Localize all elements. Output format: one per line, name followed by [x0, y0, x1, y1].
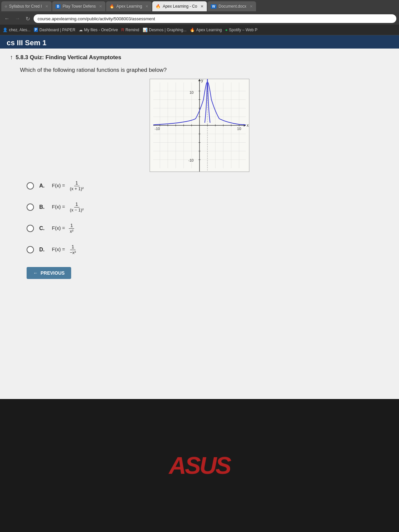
nav-controls: ← → ↻ [3, 15, 32, 23]
tab-icon: 🔥 [109, 4, 114, 9]
tab-label: Syllabus for Cred I [9, 4, 42, 9]
graph-svg: x y -10 10 10 -10 [150, 79, 249, 172]
svg-text:x: x [247, 123, 249, 128]
bookmark-icon: P [34, 28, 38, 32]
svg-text:-10: -10 [188, 158, 194, 162]
tab-label: Apex Learning - Co [163, 4, 197, 9]
bookmark-account[interactable]: 👤 chez, Ales... [3, 28, 31, 32]
denominator-c: x² [68, 229, 75, 234]
bookmark-icon: ● [225, 28, 227, 32]
tab-bar: ○ Syllabus for Cred I ✕ B Play Tower Def… [0, 0, 399, 13]
tab-close-icon[interactable]: ✕ [145, 4, 148, 9]
bookmark-label: Apex Learning [196, 28, 222, 32]
bookmarks-bar: 👤 chez, Ales... P Dashboard | PAPER ☁ My… [0, 25, 399, 35]
address-bar[interactable]: course.apexlearning.com/public/activity/… [34, 14, 396, 23]
bookmark-spotify[interactable]: ● Spotify – Web P [225, 28, 257, 32]
graph-container: x y -10 10 10 -10 [150, 79, 249, 172]
course-title: cs III Sem 1 [7, 39, 47, 47]
bookmark-icon: ☁ [79, 28, 83, 32]
tab-icon: B [56, 4, 61, 9]
bookmark-label: Spotify – Web P [229, 28, 258, 32]
numerator-b: 1 [74, 201, 79, 207]
tab-close-icon[interactable]: ✕ [45, 4, 48, 9]
denominator-a: (x + 1)² [68, 186, 85, 192]
tab-playtower[interactable]: B Play Tower Defens ✕ [52, 1, 105, 11]
quiz-header: ↑ 5.8.3 Quiz: Finding Vertical Asymptote… [0, 49, 399, 64]
address-text: course.apexlearning.com/public/activity/… [38, 16, 155, 21]
address-bar-row: ← → ↻ course.apexlearning.com/public/act… [0, 13, 399, 25]
bookmark-label: Dashboard | PAPER [39, 28, 75, 32]
answer-formula-a: F(x) = 1 (x + 1)² [52, 180, 85, 192]
answer-choice-d[interactable]: D. F(x) = 1 −x² [27, 244, 372, 256]
bookmark-icon: 👤 [3, 28, 8, 32]
answer-label-d: D. [39, 247, 45, 253]
tab-label: Apex Learning [116, 4, 142, 9]
denominator-d: −x² [68, 250, 77, 256]
bookmark-label: Desmos | Graphing... [149, 28, 187, 32]
svg-text:10: 10 [190, 90, 194, 94]
radio-d[interactable] [27, 246, 34, 253]
tab-close-icon[interactable]: ✕ [99, 4, 102, 9]
quiz-title: 5.8.3 Quiz: Finding Vertical Asymptotes [16, 54, 121, 61]
quiz-question: Which of the following rational function… [0, 64, 399, 79]
back-button[interactable]: ← [3, 15, 11, 22]
radio-a[interactable] [27, 182, 34, 190]
fraction-d: 1 −x² [68, 244, 77, 256]
svg-text:-10: -10 [155, 127, 160, 131]
answer-formula-c: F(x) = 1 x² [52, 222, 75, 234]
svg-text:y: y [201, 79, 203, 83]
arrow-left-icon: ← [33, 270, 38, 276]
denominator-b: (x − 1)² [68, 207, 85, 213]
answer-formula-d: F(x) = 1 −x² [52, 244, 78, 256]
previous-button-label: PREVIOUS [41, 270, 65, 276]
forward-button[interactable]: → [13, 15, 22, 22]
numerator-d: 1 [70, 244, 75, 250]
browser-frame: ○ Syllabus for Cred I ✕ B Play Tower Def… [0, 0, 399, 35]
tab-icon: 🔥 [156, 4, 161, 9]
radio-b[interactable] [27, 203, 34, 211]
bookmark-icon: 🔥 [190, 28, 195, 32]
answer-label-c: C. [39, 225, 45, 231]
tab-close-icon[interactable]: ✕ [250, 4, 253, 9]
bookmark-label: chez, Ales... [9, 28, 31, 32]
tab-apex2[interactable]: 🔥 Apex Learning - Co ✕ [152, 1, 206, 11]
fraction-c: 1 x² [68, 222, 75, 234]
bookmark-dashboard[interactable]: P Dashboard | PAPER [34, 28, 75, 32]
numerator-a: 1 [74, 180, 79, 186]
svg-text:10: 10 [237, 127, 241, 131]
answer-formula-b: F(x) = 1 (x − 1)² [52, 201, 85, 213]
answer-choice-a[interactable]: A. F(x) = 1 (x + 1)² [27, 180, 372, 192]
tab-label: Play Tower Defens [63, 4, 96, 9]
previous-button[interactable]: ← PREVIOUS [27, 267, 71, 279]
bookmark-label: Remind [125, 28, 139, 32]
bookmark-remind[interactable]: R Remind [121, 28, 139, 32]
upload-icon: ↑ [10, 54, 13, 61]
tab-icon: W [211, 4, 216, 9]
answer-choice-b[interactable]: B. F(x) = 1 (x − 1)² [27, 201, 372, 213]
answer-label-b: B. [39, 204, 45, 210]
bookmark-desmos[interactable]: 📊 Desmos | Graphing... [143, 28, 187, 32]
tab-syllabus[interactable]: ○ Syllabus for Cred I ✕ [1, 1, 52, 11]
tab-close-icon[interactable]: ✕ [200, 4, 203, 9]
bookmark-icon: 📊 [143, 28, 148, 32]
tab-word[interactable]: W Document.docx ✕ [207, 1, 256, 11]
radio-c[interactable] [27, 225, 34, 232]
answer-label-a: A. [39, 183, 45, 189]
answers-container: A. F(x) = 1 (x + 1)² B. F(x) = 1 (x − 1)… [0, 172, 399, 264]
bottom-area: ASUS [0, 399, 399, 532]
asus-logo: ASUS [169, 452, 230, 479]
fraction-a: 1 (x + 1)² [68, 180, 85, 192]
tab-label: Document.docx [218, 4, 246, 9]
answer-choice-c[interactable]: C. F(x) = 1 x² [27, 222, 372, 234]
question-text: Which of the following rational function… [20, 67, 167, 73]
bookmark-label: My files - OneDrive [84, 28, 118, 32]
fraction-b: 1 (x − 1)² [68, 201, 85, 213]
numerator-c: 1 [69, 222, 74, 229]
tab-icon: ○ [5, 4, 7, 9]
content-area: ↑ 5.8.3 Quiz: Finding Vertical Asymptote… [0, 49, 399, 399]
tab-apex1[interactable]: 🔥 Apex Learning ✕ [106, 1, 152, 11]
refresh-button[interactable]: ↻ [24, 15, 32, 23]
bookmark-apex[interactable]: 🔥 Apex Learning [190, 28, 222, 32]
bookmark-onedrive[interactable]: ☁ My files - OneDrive [79, 28, 118, 32]
bookmark-icon: R [121, 28, 124, 32]
